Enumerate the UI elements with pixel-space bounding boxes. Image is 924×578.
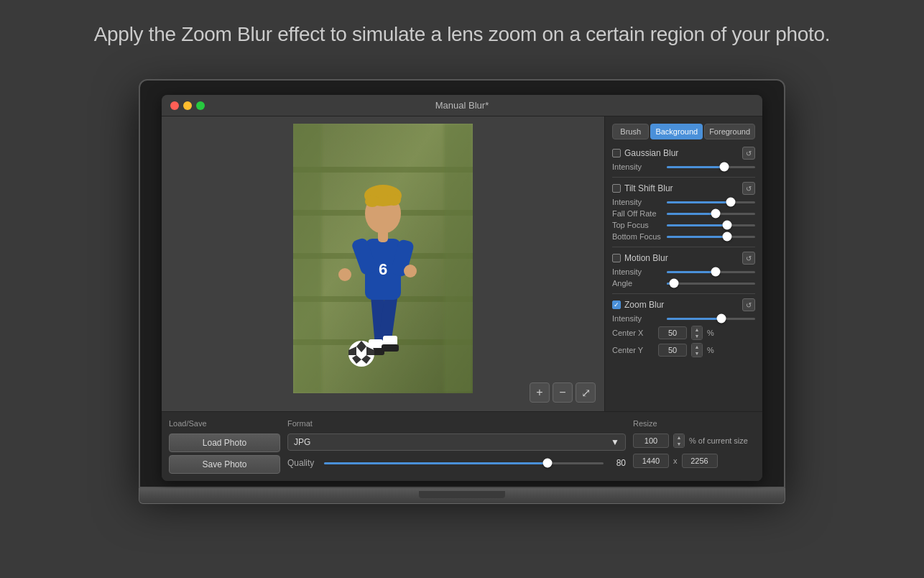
format-value: JPG <box>294 437 310 447</box>
motion-intensity-row: Intensity <box>612 267 755 276</box>
center-y-down[interactable]: ▼ <box>692 350 702 357</box>
window-title: Manual Blur* <box>435 100 489 111</box>
angle-track[interactable] <box>667 283 755 285</box>
motion-intensity-label: Intensity <box>612 267 662 276</box>
zoom-intensity-label: Intensity <box>612 314 662 323</box>
bottom-focus-track[interactable] <box>667 236 755 238</box>
quality-value: 80 <box>608 458 626 468</box>
svg-point-23 <box>387 194 401 206</box>
zoom-blur-header: ✓ Zoom Blur ↺ <box>612 298 755 311</box>
tilt-shift-refresh[interactable]: ↺ <box>742 182 755 195</box>
gaussian-intensity-track[interactable] <box>667 166 755 168</box>
center-y-percent: % <box>707 346 714 354</box>
save-photo-button[interactable]: Save Photo <box>169 455 280 474</box>
minimize-button[interactable] <box>183 101 192 110</box>
zoom-blur-label: Zoom Blur <box>624 300 664 310</box>
quality-label: Quality <box>287 458 320 468</box>
motion-blur-header: Motion Blur ↺ <box>612 252 755 265</box>
resize-percent-up[interactable]: ▲ <box>674 434 684 441</box>
close-button[interactable] <box>170 101 179 110</box>
zoom-intensity-row: Intensity <box>612 314 755 323</box>
center-x-down[interactable]: ▼ <box>692 333 702 339</box>
svg-rect-12 <box>382 344 399 352</box>
format-title: Format <box>287 419 626 428</box>
format-select[interactable]: JPG ▼ <box>287 434 626 451</box>
tilt-shift-left: Tilt Shift Blur <box>612 183 673 193</box>
tab-background[interactable]: Background <box>650 124 703 139</box>
center-y-stepper[interactable]: ▲ ▼ <box>691 343 703 357</box>
bottom-focus-label: Bottom Focus <box>612 232 662 241</box>
gaussian-blur-refresh[interactable]: ↺ <box>742 147 755 160</box>
canvas-controls: + − ⤢ <box>530 382 596 403</box>
gaussian-intensity-label: Intensity <box>612 162 662 171</box>
quality-slider[interactable] <box>324 462 604 464</box>
gaussian-blur-label: Gaussian Blur <box>624 148 678 158</box>
angle-row: Angle <box>612 279 755 288</box>
window-body: 6 <box>162 116 762 481</box>
zoom-blur-refresh[interactable]: ↺ <box>742 298 755 311</box>
gaussian-intensity-row: Intensity <box>612 162 755 171</box>
photo-container: 6 <box>293 124 473 393</box>
resize-height-input[interactable] <box>682 454 718 468</box>
resize-title: Resize <box>633 419 755 428</box>
quality-row: Quality 80 <box>287 458 626 468</box>
center-x-input[interactable] <box>658 326 687 339</box>
gaussian-blur-left: Gaussian Blur <box>612 148 678 158</box>
tilt-shift-intensity-row: Intensity <box>612 198 755 206</box>
svg-rect-25 <box>293 124 322 393</box>
resize-dims-row: x <box>633 454 755 468</box>
tilt-intensity-track[interactable] <box>667 201 755 203</box>
center-y-input[interactable] <box>658 344 687 357</box>
angle-label: Angle <box>612 279 662 288</box>
format-section: Format JPG ▼ Quality 80 <box>287 419 626 474</box>
gaussian-blur-checkbox[interactable] <box>612 149 621 157</box>
center-x-stepper[interactable]: ▲ ▼ <box>691 326 703 340</box>
laptop-base <box>139 488 785 504</box>
headline: Apply the Zoom Blur effect to simulate a… <box>0 0 924 60</box>
format-dropdown-arrow: ▼ <box>611 437 619 447</box>
resize-percent-stepper[interactable]: ▲ ▼ <box>673 434 685 448</box>
motion-blur-label: Motion Blur <box>624 253 668 263</box>
fall-off-track[interactable] <box>667 213 755 215</box>
main-area: 6 <box>162 116 762 411</box>
resize-percent-label: % of current size <box>689 436 748 445</box>
top-focus-track[interactable] <box>667 224 755 226</box>
tab-foreground[interactable]: Foreground <box>704 124 755 139</box>
gaussian-blur-section: Gaussian Blur ↺ Intensity <box>612 147 755 171</box>
svg-text:6: 6 <box>379 260 387 278</box>
mac-window: Manual Blur* <box>162 95 762 481</box>
top-focus-label: Top Focus <box>612 221 662 229</box>
motion-blur-refresh[interactable]: ↺ <box>742 252 755 265</box>
resize-width-input[interactable] <box>633 454 669 468</box>
svg-rect-26 <box>444 124 473 393</box>
center-x-up[interactable]: ▲ <box>692 326 702 333</box>
resize-percent-input[interactable] <box>633 434 669 448</box>
bottom-focus-row: Bottom Focus <box>612 232 755 241</box>
load-save-section: Load/Save Load Photo Save Photo <box>169 419 280 474</box>
zoom-in-button[interactable]: + <box>530 382 550 403</box>
center-x-label: Center X <box>612 329 654 337</box>
motion-intensity-track[interactable] <box>667 271 755 273</box>
laptop-frame: Manual Blur* <box>139 79 785 504</box>
center-x-row: Center X ▲ ▼ % <box>612 326 755 340</box>
zoom-out-button[interactable]: − <box>553 382 573 403</box>
zoom-intensity-track[interactable] <box>667 318 755 320</box>
tilt-shift-header: Tilt Shift Blur ↺ <box>612 182 755 195</box>
motion-blur-checkbox[interactable] <box>612 254 621 262</box>
zoom-blur-section: ✓ Zoom Blur ↺ Intensity <box>612 298 755 357</box>
center-y-row: Center Y ▲ ▼ % <box>612 343 755 357</box>
top-focus-row: Top Focus <box>612 221 755 229</box>
maximize-button[interactable] <box>196 101 205 110</box>
fall-off-label: Fall Off Rate <box>612 209 662 218</box>
tilt-shift-checkbox[interactable] <box>612 184 621 193</box>
right-panel: Brush Background Foreground Gaussian Blu… <box>604 116 762 411</box>
motion-blur-left: Motion Blur <box>612 253 668 263</box>
center-y-up[interactable]: ▲ <box>692 344 702 350</box>
tilt-shift-label: Tilt Shift Blur <box>624 183 673 193</box>
zoom-blur-checkbox[interactable]: ✓ <box>612 301 621 309</box>
tab-brush[interactable]: Brush <box>612 124 649 139</box>
svg-point-22 <box>365 196 379 207</box>
load-photo-button[interactable]: Load Photo <box>169 434 280 452</box>
expand-button[interactable]: ⤢ <box>576 382 596 403</box>
resize-percent-down[interactable]: ▼ <box>674 441 684 447</box>
